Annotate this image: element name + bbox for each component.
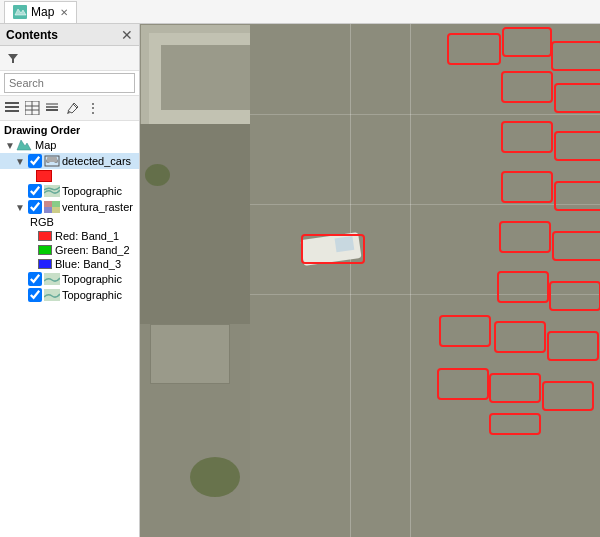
app-container: Map ✕ Contents ✕ [0, 0, 600, 537]
svg-rect-4 [5, 106, 19, 108]
map-tab-label: Map [31, 5, 54, 19]
ventura-raster-item[interactable]: ▼ ventura_raster [0, 199, 139, 215]
blue-band-color [38, 259, 52, 269]
topo1-icon [44, 185, 60, 197]
parking-divider-1 [350, 24, 351, 537]
drawing-order-label: Drawing Order [0, 123, 139, 137]
map-layer-icon [16, 138, 32, 152]
detected-cars-item[interactable]: ▼ detected_cars [0, 153, 139, 169]
topo3-checkbox[interactable] [28, 288, 42, 302]
topo2-checkbox[interactable] [28, 272, 42, 286]
red-band-item: Red: Band_1 [0, 229, 139, 243]
blue-band-label: Blue: Band_3 [55, 258, 121, 270]
small-building [150, 324, 230, 384]
ventura-icon [44, 201, 60, 213]
svg-rect-22 [44, 207, 52, 213]
layer-tree: Drawing Order ▼ Map ▼ [0, 121, 139, 537]
contents-header: Contents ✕ [0, 24, 139, 46]
contents-title: Contents [6, 28, 58, 42]
contents-close-button[interactable]: ✕ [121, 28, 133, 42]
table-icon[interactable] [24, 99, 42, 117]
green-band-color [38, 245, 52, 255]
topographic-2-item[interactable]: Topographic [0, 271, 139, 287]
parking-divider-h2 [250, 204, 600, 205]
more-icon[interactable]: ⋮ [84, 99, 102, 117]
rgb-label-item: RGB [0, 215, 139, 229]
topo1-checkbox[interactable] [28, 184, 42, 198]
contents-toolbar-filter [0, 46, 139, 71]
tab-bar: Map ✕ [0, 0, 600, 24]
topo3-icon [44, 289, 60, 301]
svg-rect-23 [52, 207, 60, 213]
svg-rect-3 [5, 102, 19, 104]
parking-divider-h3 [250, 294, 600, 295]
map-photo-container [140, 24, 600, 537]
blue-band-item: Blue: Band_3 [0, 257, 139, 271]
detected-cars-symbol-box [36, 170, 52, 182]
map-area[interactable]: 1:278 [140, 24, 600, 537]
svg-rect-5 [5, 110, 19, 112]
parking-lot [250, 24, 600, 537]
green-band-label: Green: Band_2 [55, 244, 130, 256]
svg-rect-11 [46, 106, 58, 108]
topographic-1-item[interactable]: Topographic [0, 183, 139, 199]
svg-marker-2 [8, 54, 18, 63]
list-icon[interactable] [4, 99, 22, 117]
green-band-item: Green: Band_2 [0, 243, 139, 257]
ventura-expand[interactable]: ▼ [14, 202, 26, 213]
topo1-label: Topographic [62, 185, 122, 197]
map-layer-item[interactable]: ▼ Map [0, 137, 139, 153]
map-expand-icon[interactable]: ▼ [4, 140, 16, 151]
detected-cars-checkbox[interactable] [28, 154, 42, 168]
red-band-label: Red: Band_1 [55, 230, 119, 242]
map-tab-close[interactable]: ✕ [60, 7, 68, 18]
detected-cars-layer-icon [44, 155, 60, 167]
topo3-label: Topographic [62, 289, 122, 301]
ventura-label: ventura_raster [62, 201, 133, 213]
topo2-icon [44, 273, 60, 285]
contents-panel: Contents ✕ [0, 24, 140, 537]
layers-icon-tb[interactable] [44, 99, 62, 117]
search-input[interactable] [4, 73, 135, 93]
veg-3 [145, 164, 170, 186]
van-windshield [335, 236, 355, 252]
detected-cars-expand[interactable]: ▼ [14, 156, 26, 167]
filter-icon[interactable] [4, 49, 22, 67]
svg-rect-18 [47, 157, 57, 162]
topographic-3-item[interactable]: Topographic [0, 287, 139, 303]
svg-rect-12 [46, 103, 58, 105]
map-tab-icon [13, 5, 27, 19]
map-tab[interactable]: Map ✕ [4, 1, 77, 23]
svg-marker-14 [17, 140, 31, 150]
parking-divider-2 [410, 24, 411, 537]
detected-cars-symbol [0, 169, 139, 183]
main-content: Contents ✕ [0, 24, 600, 537]
svg-rect-21 [52, 201, 60, 207]
parking-divider-h1 [250, 114, 600, 115]
rgb-label: RGB [30, 216, 54, 228]
pencil-icon[interactable] [64, 99, 82, 117]
topo2-label: Topographic [62, 273, 122, 285]
svg-rect-10 [46, 109, 58, 111]
veg-1 [190, 457, 240, 497]
search-box [0, 71, 139, 96]
detected-cars-label: detected_cars [62, 155, 131, 167]
svg-rect-20 [44, 201, 52, 207]
red-band-color [38, 231, 52, 241]
layer-toolbar: ⋮ [0, 96, 139, 121]
ventura-checkbox[interactable] [28, 200, 42, 214]
map-layer-label: Map [35, 139, 56, 151]
